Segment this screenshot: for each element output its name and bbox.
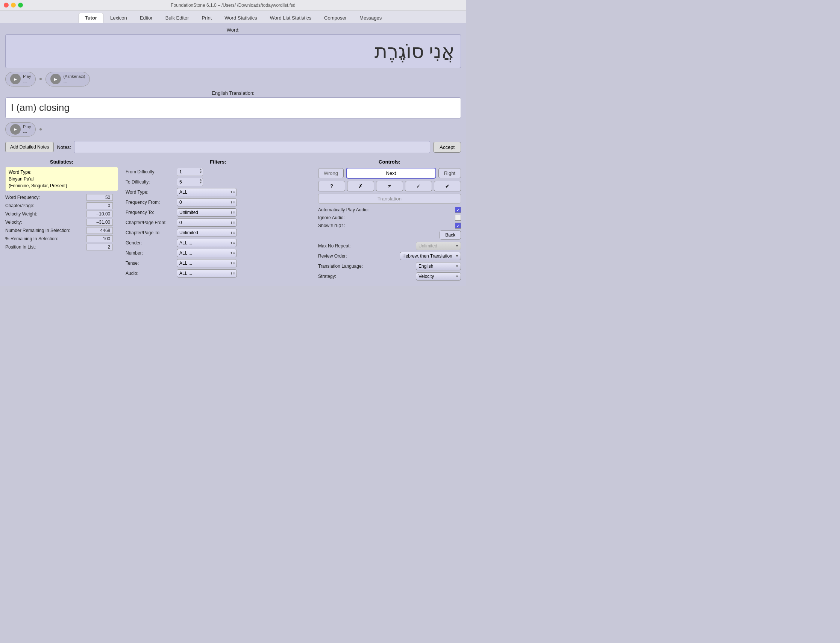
tab-word-list-statistics[interactable]: Word List Statistics bbox=[264, 13, 317, 23]
review-order-select[interactable]: Hebrew, then Translation Translation the… bbox=[400, 252, 461, 260]
play-icon-2: ▶ bbox=[10, 124, 21, 135]
filter-label-number: Number: bbox=[126, 250, 175, 256]
play-icon-ashkenazi: ▶ bbox=[51, 74, 61, 84]
minimize-button[interactable] bbox=[11, 3, 16, 8]
ashkenazi-label: (Ashkenazi) --- bbox=[63, 74, 85, 85]
next-button[interactable]: Next bbox=[346, 168, 436, 179]
stat-label-velocity: Velocity: bbox=[5, 218, 86, 226]
play-button-ashkenazi[interactable]: ▶ (Ashkenazi) --- bbox=[46, 72, 90, 86]
tab-lexicon[interactable]: Lexicon bbox=[104, 13, 133, 23]
symbol-row: ? ✗ ≠ ✓ ✔ bbox=[318, 181, 461, 191]
symbol-check-light[interactable]: ✓ bbox=[405, 181, 432, 191]
stat-label-pct-remaining: % Remaining In Selection: bbox=[5, 235, 86, 243]
play-button-1[interactable]: ▶ Play --- bbox=[5, 72, 36, 86]
spinner-from-difficulty-wrap: ▲▼ bbox=[177, 168, 203, 176]
ignore-audio-checkbox[interactable] bbox=[455, 215, 461, 221]
symbol-question[interactable]: ? bbox=[318, 181, 345, 191]
word-type-line2: (Feminine, Singular, Present) bbox=[9, 183, 67, 188]
filter-label-word-type: Word Type: bbox=[126, 189, 175, 195]
symbol-check-heavy[interactable]: ✔ bbox=[434, 181, 461, 191]
stat-row-velocity-weight: Velocity Weight: –10.00 bbox=[5, 210, 118, 218]
maximize-button[interactable] bbox=[18, 3, 23, 8]
play-button-2[interactable]: ▶ Play --- bbox=[5, 122, 36, 137]
control-strategy-row: Strategy: Velocity Random Sequential bbox=[318, 272, 461, 281]
translation-display-box: I (am) closing bbox=[5, 97, 461, 118]
stat-row-position: Position In List: 2 bbox=[5, 243, 118, 251]
show-nekudot-checkbox[interactable]: ✓ bbox=[455, 223, 461, 228]
play-label-2: Play --- bbox=[23, 124, 31, 135]
stat-value-velocity: –31.00 bbox=[86, 219, 113, 225]
accept-button[interactable]: Accept bbox=[433, 142, 461, 153]
auto-play-checkbox[interactable]: ✓ bbox=[455, 207, 461, 213]
translation-text: I (am) closing bbox=[11, 102, 70, 114]
translation-button[interactable]: Translation bbox=[318, 194, 461, 204]
symbol-cross[interactable]: ✗ bbox=[347, 181, 374, 191]
select-chapter-from[interactable]: 0 bbox=[177, 219, 237, 227]
filter-label-gender: Gender: bbox=[126, 240, 175, 246]
tab-bar: Tutor Lexicon Editor Bulk Editor Print W… bbox=[0, 11, 466, 23]
filters-panel: Filters: From Difficulty: ▲▼ To Difficul… bbox=[126, 159, 311, 279]
max-no-repeat-select-wrap: Unlimited bbox=[416, 242, 461, 250]
select-chapter-to[interactable]: Unlimited bbox=[177, 228, 237, 237]
filter-frequency-to: Frequency To: Unlimited bbox=[126, 208, 311, 217]
tab-tutor[interactable]: Tutor bbox=[78, 13, 103, 23]
translation-language-label: Translation Language: bbox=[318, 264, 414, 269]
translation-language-select[interactable]: English Russian French bbox=[416, 262, 461, 270]
main-content: Word: אֲנִי סוֹגֶרֶת ▶ Play --- ▶ (Ashke… bbox=[0, 23, 466, 286]
select-frequency-from-wrap: 0 bbox=[177, 198, 237, 206]
select-gender[interactable]: ALL ... bbox=[177, 239, 237, 247]
back-button[interactable]: Back bbox=[440, 230, 461, 240]
spinner-from-difficulty[interactable] bbox=[177, 168, 203, 176]
max-no-repeat-select[interactable]: Unlimited bbox=[416, 242, 461, 250]
strategy-select[interactable]: Velocity Random Sequential bbox=[416, 272, 461, 281]
window-title: FoundationStone 6.1.0 – /Users/ /Downloa… bbox=[171, 3, 295, 8]
tab-print[interactable]: Print bbox=[196, 13, 218, 23]
controls-main-row: Wrong Next Right bbox=[318, 168, 461, 179]
filter-label-chapter-to: Chapter/Page To: bbox=[126, 230, 175, 235]
select-tense[interactable]: ALL ... bbox=[177, 259, 237, 268]
filter-label-frequency-from: Frequency From: bbox=[126, 200, 175, 205]
max-no-repeat-label: Max No Repeat: bbox=[318, 243, 414, 248]
filter-label-tense: Tense: bbox=[126, 261, 175, 266]
translation-label: English Translation: bbox=[5, 90, 461, 96]
ignore-audio-label: Ignore Audio: bbox=[318, 215, 453, 220]
select-frequency-to[interactable]: Unlimited bbox=[177, 208, 237, 217]
notes-label: Notes: bbox=[57, 144, 71, 150]
hebrew-word: אֲנִי סוֹגֶרֶת bbox=[375, 40, 455, 62]
stat-label-velocity-weight: Velocity Weight: bbox=[5, 210, 86, 218]
audio-dot-1 bbox=[39, 78, 42, 80]
word-type-tooltip: Word Type: Binyan Pa'al (Feminine, Singu… bbox=[5, 167, 118, 191]
symbol-notequal[interactable]: ≠ bbox=[376, 181, 403, 191]
filter-word-type: Word Type: ALL bbox=[126, 188, 311, 196]
audio-dot-2 bbox=[39, 128, 42, 131]
filter-number: Number: ALL ... bbox=[126, 249, 311, 257]
window-controls[interactable] bbox=[4, 3, 23, 8]
select-number[interactable]: ALL ... bbox=[177, 249, 237, 257]
select-frequency-from[interactable]: 0 bbox=[177, 198, 237, 206]
select-audio-wrap: ALL ... bbox=[177, 269, 237, 277]
show-nekudot-check-icon: ✓ bbox=[457, 224, 460, 228]
tab-word-statistics[interactable]: Word Statistics bbox=[219, 13, 263, 23]
spinner-to-difficulty[interactable] bbox=[177, 178, 203, 186]
tab-bulk-editor[interactable]: Bulk Editor bbox=[160, 13, 195, 23]
tab-composer[interactable]: Composer bbox=[318, 13, 353, 23]
filter-chapter-to: Chapter/Page To: Unlimited bbox=[126, 228, 311, 237]
notes-input[interactable] bbox=[74, 141, 430, 153]
tab-messages[interactable]: Messages bbox=[354, 13, 388, 23]
translation-language-select-wrap: English Russian French bbox=[416, 262, 461, 270]
filter-frequency-from: Frequency From: 0 bbox=[126, 198, 311, 206]
select-audio[interactable]: ALL ... bbox=[177, 269, 237, 277]
stat-row-word-frequency: Word Frequency: 50 bbox=[5, 193, 118, 202]
select-word-type[interactable]: ALL bbox=[177, 188, 237, 196]
audio-row-1: ▶ Play --- ▶ (Ashkenazi) --- bbox=[5, 72, 461, 86]
tab-editor[interactable]: Editor bbox=[134, 13, 159, 23]
stat-value-word-frequency: 50 bbox=[86, 194, 113, 201]
control-max-repeat-row: Max No Repeat: Unlimited bbox=[318, 242, 461, 250]
wrong-button[interactable]: Wrong bbox=[318, 168, 344, 178]
close-button[interactable] bbox=[4, 3, 9, 8]
right-button[interactable]: Right bbox=[439, 168, 461, 178]
notes-row: Add Detailed Notes Notes: Accept bbox=[5, 141, 461, 153]
stat-value-pct-remaining: 100 bbox=[86, 235, 113, 242]
select-number-wrap: ALL ... bbox=[177, 249, 237, 257]
add-detailed-notes-button[interactable]: Add Detailed Notes bbox=[5, 142, 54, 152]
